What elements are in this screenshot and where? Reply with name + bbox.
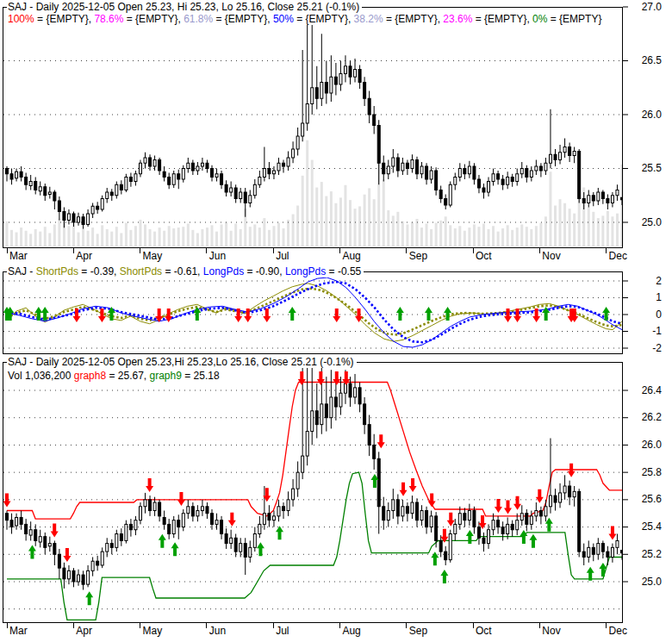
y-axis-label: 26.4 [627, 385, 662, 396]
graph-label: graph9 [149, 370, 181, 382]
panel1-title: SAJ - Daily 2025-12-05 Open 25.23, Hi 25… [7, 1, 362, 13]
month-label: May [143, 626, 163, 637]
fib-level-label: 78.6% [94, 13, 123, 25]
indicator-value: = -0.39, [78, 265, 120, 277]
fib-level-value: = {EMPTY}, [213, 13, 273, 25]
month-label: Jul [276, 251, 289, 262]
fib-level-value: = {EMPTY}, [472, 13, 532, 25]
graph-value: = 25.67, [106, 370, 149, 382]
y-axis-label: 25.5 [627, 163, 662, 174]
y-axis-label: 26.0 [627, 109, 662, 121]
panel2-title: SAJ - ShortPds = -0.39, ShortPds = -0.61… [7, 265, 364, 277]
y-axis-label: 25.2 [627, 549, 662, 560]
fib-level-label: 61.8% [184, 13, 213, 25]
fib-level-label: 23.6% [443, 13, 472, 25]
month-label: Dec [609, 626, 627, 637]
y-axis-label: 26.0 [627, 439, 662, 451]
indicator-label: LongPds [203, 265, 244, 277]
panel1-plot [3, 7, 628, 246]
panel3-title: SAJ - Daily 2025-12-05 Open 25.23,Hi 25.… [7, 356, 357, 368]
fib-level-value: = {EMPTY}, [34, 13, 95, 25]
y-axis-label: 26.2 [627, 412, 662, 423]
y-axis-label: 25.0 [627, 577, 662, 588]
fib-level-label: 38.2% [354, 13, 383, 25]
fib-level-value: = {EMPTY}, [294, 13, 354, 25]
chart-canvas[interactable] [0, 0, 672, 642]
month-label: Jun [209, 626, 226, 637]
indicator-label: ShortPds [120, 265, 162, 277]
y-axis-label: 1 [627, 292, 662, 303]
month-label: Oct [476, 251, 492, 262]
fib-level-value: = {EMPTY}, [383, 13, 444, 25]
y-axis-label: 25.6 [627, 494, 662, 505]
y-axis-label: 27.0 [627, 2, 662, 13]
indicator-value: = -0.61, [162, 265, 203, 277]
month-label: Apr [76, 251, 92, 262]
graph-value: = 25.18 [182, 370, 220, 382]
y-axis-label: -1 [627, 326, 662, 337]
panel2-plot [3, 277, 629, 348]
symbol-label: SAJ - [8, 265, 36, 277]
month-label: Aug [342, 626, 360, 637]
month-label: Jun [209, 251, 226, 262]
fib-level-label: 0% [532, 13, 547, 25]
y-axis-label: 25.0 [627, 217, 662, 228]
month-label: Dec [609, 251, 627, 262]
month-label: Oct [476, 626, 492, 637]
y-axis-label: 26.5 [627, 55, 662, 66]
indicator-label: ShortPds [36, 265, 78, 277]
month-label: Mar [9, 626, 28, 637]
indicator-value: = -0.90, [244, 265, 285, 277]
month-label: Sep [409, 251, 427, 262]
panel1-fib-legend: 100% = {EMPTY}, 78.6% = {EMPTY}, 61.8% =… [7, 13, 604, 25]
month-label: Sep [409, 626, 427, 637]
y-axis-label: 25.8 [627, 467, 662, 478]
y-axis-label: 25.4 [627, 521, 662, 533]
month-label: Mar [9, 251, 28, 262]
fib-level-value: = {EMPTY}, [123, 13, 184, 25]
indicator-value: = -0.55 [326, 265, 361, 277]
month-label: Jul [276, 626, 289, 637]
y-axis-label: 0 [627, 309, 662, 321]
month-label: May [143, 251, 163, 262]
indicator-label: LongPds [285, 265, 326, 277]
month-label: Nov [542, 626, 560, 637]
fib-level-label: 50% [273, 13, 294, 25]
month-label: Apr [76, 626, 92, 637]
y-axis-label: -2 [627, 343, 662, 354]
month-label: Nov [542, 251, 560, 262]
fib-level-label: 100% [8, 13, 34, 25]
panel3-volume-legend: Vol 1,036,200 graph8 = 25.67, graph9 = 2… [7, 370, 222, 382]
volume-value: Vol 1,036,200 [8, 370, 74, 382]
month-label: Aug [342, 251, 360, 262]
y-axis-label: 2 [627, 276, 662, 287]
charting-app-window: SAJ - Daily 2025-12-05 Open 25.23, Hi 25… [0, 0, 672, 642]
fib-level-value: = {EMPTY} [547, 13, 601, 25]
graph-label: graph8 [74, 370, 106, 382]
